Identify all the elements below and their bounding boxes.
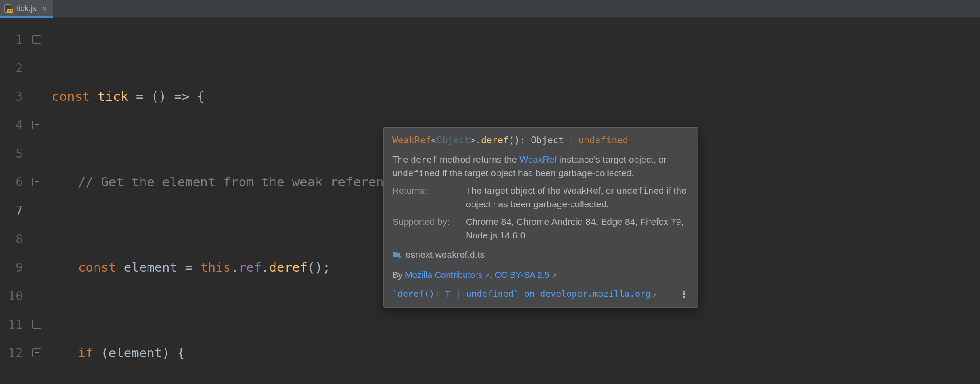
doc-credits: By Mozilla Contributors↗, CC BY-SA 2.5↗ <box>392 269 689 281</box>
fold-toggle[interactable]: − <box>32 348 41 357</box>
line-number: 1 <box>0 25 31 54</box>
doc-description: The deref method returns the WeakRef ins… <box>392 153 689 180</box>
doc-definition-file[interactable]: esnext.weakref.d.ts <box>392 248 689 261</box>
line-number: 9 <box>0 253 31 282</box>
line-number: 12 <box>0 339 31 367</box>
svg-rect-3 <box>398 256 401 258</box>
line-number: 8 <box>0 225 31 253</box>
fold-gutter: − − − − − <box>31 18 44 384</box>
quick-doc-popup[interactable]: WeakRef<Object>.deref(): Object|undefine… <box>383 127 698 308</box>
js-file-icon: JS <box>4 4 13 13</box>
line-number: 4 <box>0 111 31 139</box>
kebab-menu-icon[interactable]: ••• <box>679 290 689 298</box>
external-link-icon: ↗ <box>550 272 557 279</box>
doc-link-license[interactable]: CC BY-SA 2.5 <box>495 270 550 280</box>
line-number: 11 <box>0 310 31 339</box>
doc-supported-label: Supported by: <box>392 215 458 242</box>
fold-toggle[interactable]: − <box>32 35 41 44</box>
line-number: 10 <box>0 282 31 310</box>
doc-link-mdn[interactable]: `deref(): T | undefined` on developer.mo… <box>392 288 656 300</box>
code-line: if (element) { <box>52 339 980 367</box>
fold-toggle[interactable]: − <box>32 178 41 186</box>
tab-filename: tick.js <box>17 4 36 13</box>
fold-toggle[interactable]: − <box>32 121 41 129</box>
doc-returns-row: Returns: The target object of the WeakRe… <box>392 184 689 211</box>
tab-bar: JS tick.js × <box>0 0 980 18</box>
code-line: const tick = () => { <box>52 82 980 111</box>
doc-supported-value: Chrome 84, Chrome Android 84, Edge 84, F… <box>466 215 689 242</box>
line-number: 3 <box>0 82 31 111</box>
doc-supported-row: Supported by: Chrome 84, Chrome Android … <box>392 215 689 242</box>
doc-link-weakref[interactable]: WeakRef <box>519 154 557 164</box>
tab-tick-js[interactable]: JS tick.js × <box>0 0 53 17</box>
line-number: 6 <box>0 168 31 196</box>
code-editor[interactable]: 1 2 3 4 5 6 7 8 9 10 11 12 − − − − − con… <box>0 18 980 384</box>
folder-icon <box>392 250 401 259</box>
external-link-icon: ↗ <box>651 291 656 299</box>
doc-link-contributors[interactable]: Mozilla Contributors <box>405 270 483 280</box>
fold-toggle[interactable]: − <box>32 320 41 329</box>
external-link-icon: ↗ <box>483 272 490 279</box>
doc-returns-label: Returns: <box>392 184 458 211</box>
line-number: 5 <box>0 139 31 168</box>
line-number-gutter: 1 2 3 4 5 6 7 8 9 10 11 12 <box>0 18 31 384</box>
close-icon[interactable]: × <box>42 5 46 13</box>
doc-signature: WeakRef<Object>.deref(): Object|undefine… <box>392 134 689 147</box>
svg-text:JS: JS <box>8 9 13 13</box>
line-number: 7 <box>0 196 31 225</box>
line-number: 2 <box>0 54 31 82</box>
doc-returns-value: The target object of the WeakRef, or und… <box>466 184 689 211</box>
